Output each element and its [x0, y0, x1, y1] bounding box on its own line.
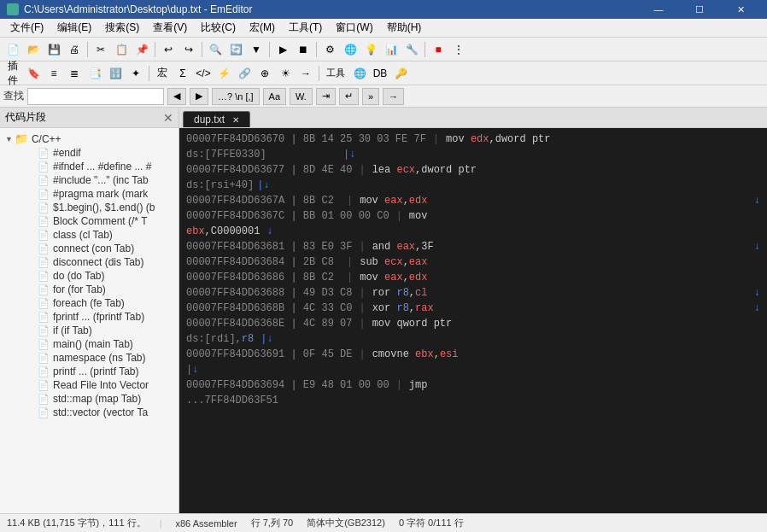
file-icon-3: 📄 — [38, 175, 50, 186]
btn-extra[interactable]: ⋮ — [449, 40, 468, 59]
tree-item-read-file[interactable]: 📄 Read File Into Vector — [14, 378, 179, 392]
tree-item-endif[interactable]: 📄 #endif — [14, 146, 179, 160]
file-icon-20: 📄 — [38, 407, 50, 418]
macro-btn1[interactable]: 宏 — [153, 64, 172, 83]
search-extra-button[interactable]: » — [362, 88, 379, 105]
stop-button[interactable]: ⏹ — [294, 40, 313, 59]
paste-button[interactable]: 📌 — [132, 40, 151, 59]
plugin-btn2[interactable]: 🔖 — [24, 64, 43, 83]
tree-item-block-comment[interactable]: 📄 Block Comment (/* T — [14, 214, 179, 228]
print-button[interactable]: 🖨 — [65, 40, 84, 59]
code-line-14: ds:[rdi],r8 |↓ — [179, 331, 767, 347]
replace-button[interactable]: 🔄 — [226, 40, 245, 59]
tab-close-icon[interactable]: ✕ — [232, 115, 239, 125]
new-button[interactable]: 📄 — [3, 40, 22, 59]
menu-window[interactable]: 窗口(W) — [329, 19, 379, 37]
menu-search[interactable]: 搜索(S) — [98, 19, 146, 37]
plugin-btn4[interactable]: ≣ — [65, 64, 84, 83]
file-icon-2: 📄 — [38, 161, 50, 172]
menu-view[interactable]: 查看(V) — [146, 19, 194, 37]
search-input[interactable] — [27, 88, 164, 105]
macro-btn3[interactable]: </> — [194, 64, 213, 83]
menu-edit[interactable]: 编辑(E) — [50, 19, 98, 37]
cut-button[interactable]: ✂ — [91, 40, 110, 59]
maximize-button[interactable]: ☐ — [680, 0, 719, 19]
macro-btn8[interactable]: → — [296, 64, 315, 83]
code-line-15: 00007FF84DD63691 | 0F 45 DE | cmovne ebx… — [179, 347, 767, 362]
file-icon-4: 📄 — [38, 189, 50, 200]
search-aa-button[interactable]: Aa — [263, 88, 286, 105]
search-tab-button[interactable]: ↵ — [339, 88, 359, 105]
tool5[interactable]: 🔧 — [402, 40, 421, 59]
tree-item-if[interactable]: 📄 if (if Tab) — [14, 324, 179, 337]
tree-item-begin[interactable]: 📄 $1.begin(), $1.end() (b — [14, 201, 179, 214]
web-btn[interactable]: 🌐 — [350, 64, 369, 83]
menu-file[interactable]: 文件(F) — [3, 19, 50, 37]
tree-item-namespace[interactable]: 📄 namespace (ns Tab) — [14, 351, 179, 365]
key-btn[interactable]: 🔑 — [391, 64, 410, 83]
sidebar-title: 代码片段 — [5, 110, 46, 125]
macro-btn2[interactable]: Σ — [173, 64, 192, 83]
sidebar-close-button[interactable]: ✕ — [163, 111, 173, 125]
code-line-3: 00007FF84DD63677 | 8D 4E 40 | lea ecx,dw… — [179, 162, 767, 178]
plugin-btn7[interactable]: ✦ — [126, 64, 145, 83]
tree-item-connect[interactable]: 📄 connect (con Tab) — [14, 242, 179, 255]
menu-help[interactable]: 帮助(H) — [380, 19, 429, 37]
search-indent-button[interactable]: ⇥ — [316, 88, 336, 105]
tree-item-include[interactable]: 📄 #include "..." (inc Tab — [14, 173, 179, 187]
tree-item-main[interactable]: 📄 main() (main Tab) — [14, 337, 179, 351]
tree-item-fprintf[interactable]: 📄 fprintf ... (fprintf Tab) — [14, 310, 179, 324]
search-opts-button[interactable]: …? \n [,] — [212, 88, 260, 105]
minimize-button[interactable]: — — [639, 0, 678, 19]
open-button[interactable]: 📂 — [24, 40, 43, 59]
tool2[interactable]: 🌐 — [341, 40, 360, 59]
tool3[interactable]: 💡 — [361, 40, 380, 59]
tree-item-class[interactable]: 📄 class (cl Tab) — [14, 228, 179, 242]
macro-btn5[interactable]: 🔗 — [235, 64, 254, 83]
plugin-btn5[interactable]: 📑 — [85, 64, 104, 83]
menu-macro[interactable]: 宏(M) — [243, 19, 282, 37]
tree-item-ifndef[interactable]: 📄 #ifndef ... #define ... # — [14, 160, 179, 173]
menu-tools[interactable]: 工具(T) — [282, 19, 329, 37]
close-button[interactable]: ✕ — [721, 0, 760, 19]
btn-red[interactable]: ■ — [429, 40, 448, 59]
sidebar-content[interactable]: ▼ 📁 C/C++ 📄 #endif 📄 #ifndef ... #define… — [0, 128, 179, 513]
macro-btn4[interactable]: ⚡ — [214, 64, 233, 83]
code-line-4: ds:[rsi+40] |↓ — [179, 178, 767, 193]
tree-item-foreach[interactable]: 📄 foreach (fe Tab) — [14, 296, 179, 310]
macro-btn6[interactable]: ⊕ — [255, 64, 274, 83]
tree-item-map[interactable]: 📄 std::map (map Tab) — [14, 392, 179, 406]
tool1[interactable]: ⚙ — [320, 40, 339, 59]
copy-button[interactable]: 📋 — [112, 40, 131, 59]
tree-item-vector[interactable]: 📄 std::vector (vector Ta — [14, 406, 179, 419]
search-w-button[interactable]: W. — [290, 88, 313, 105]
tree-item-pragma[interactable]: 📄 #pragma mark (mark — [14, 187, 179, 201]
macro-btn7[interactable]: ☀ — [276, 64, 295, 83]
redo-button[interactable]: ↪ — [179, 40, 198, 59]
plugin-btn1[interactable]: 插件 — [3, 64, 22, 83]
tree-folder-cpp[interactable]: ▼ 📁 C/C++ — [0, 132, 179, 146]
tree-item-do[interactable]: 📄 do (do Tab) — [14, 269, 179, 283]
db-btn[interactable]: DB — [371, 64, 389, 83]
tree-item-for[interactable]: 📄 for (for Tab) — [14, 283, 179, 296]
filter-button[interactable]: ▼ — [247, 40, 266, 59]
tree-item-printf[interactable]: 📄 printf ... (printf Tab) — [14, 365, 179, 378]
find-button[interactable]: 🔍 — [206, 40, 225, 59]
search-label: 查找 — [3, 89, 24, 103]
menu-compare[interactable]: 比较(C) — [194, 19, 243, 37]
code-editor[interactable]: 00007FF84DD63670 | 8B 14 25 30 03 FE 7F … — [179, 128, 767, 513]
tree-item-disconnect[interactable]: 📄 disconnect (dis Tab) — [14, 255, 179, 269]
file-icon-5: 📄 — [38, 202, 50, 213]
tab-dup[interactable]: dup.txt ✕ — [183, 111, 250, 127]
search-next-button[interactable]: ▶ — [190, 88, 208, 105]
save-button[interactable]: 💾 — [44, 40, 63, 59]
app-icon — [7, 3, 19, 15]
plugin-btn6[interactable]: 🔢 — [106, 64, 125, 83]
plugin-btn3[interactable]: ≡ — [44, 64, 63, 83]
search-go-button[interactable]: → — [383, 88, 404, 105]
run-button[interactable]: ▶ — [273, 40, 292, 59]
undo-button[interactable]: ↩ — [159, 40, 178, 59]
status-filesize: 11.4 KB (11,715 字节)，111 行。 — [7, 517, 146, 529]
search-prev-button[interactable]: ◀ — [167, 88, 186, 105]
tool4[interactable]: 📊 — [382, 40, 401, 59]
